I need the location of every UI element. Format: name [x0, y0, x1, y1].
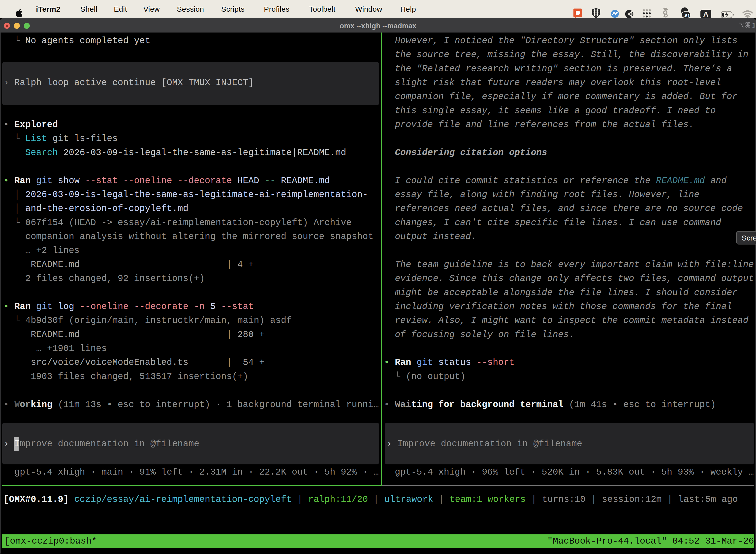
svg-text:1: 1 [752, 21, 755, 29]
svg-text:A: A [703, 10, 708, 18]
